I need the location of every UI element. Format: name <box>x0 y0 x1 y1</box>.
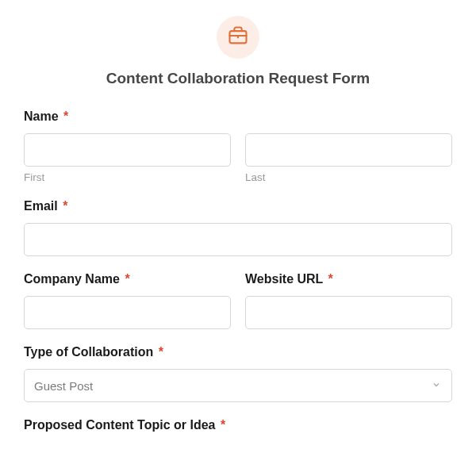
first-name-input[interactable] <box>24 133 231 167</box>
topic-label: Proposed Content Topic or Idea * <box>24 418 452 432</box>
header-icon-circle <box>217 16 259 59</box>
last-name-sublabel: Last <box>245 171 452 183</box>
form-header: Content Collaboration Request Form <box>24 16 452 87</box>
company-website-row: Company Name * Website URL * <box>24 272 452 329</box>
required-marker: * <box>63 199 67 213</box>
required-marker: * <box>328 272 333 286</box>
required-marker: * <box>159 345 163 359</box>
email-label: Email * <box>24 199 452 213</box>
topic-field-group: Proposed Content Topic or Idea * <box>24 418 452 432</box>
company-label: Company Name * <box>24 272 231 286</box>
required-marker: * <box>125 272 129 286</box>
required-marker: * <box>63 109 68 123</box>
company-input[interactable] <box>24 296 231 329</box>
email-input[interactable] <box>24 223 452 256</box>
form-title: Content Collaboration Request Form <box>24 70 452 87</box>
email-field-group: Email * <box>24 199 452 256</box>
name-label: Name * <box>24 109 452 124</box>
first-name-sublabel: First <box>24 171 231 183</box>
website-input[interactable] <box>245 296 452 329</box>
collab-type-select[interactable]: Guest Post <box>24 369 452 402</box>
required-marker: * <box>221 418 225 432</box>
collab-type-label: Type of Collaboration * <box>24 345 452 359</box>
briefcase-icon <box>227 25 249 50</box>
last-name-input[interactable] <box>245 133 452 167</box>
collab-type-field-group: Type of Collaboration * Guest Post <box>24 345 452 402</box>
name-field-group: Name * First Last <box>24 109 452 183</box>
collab-type-selected-value: Guest Post <box>34 379 93 393</box>
website-label: Website URL * <box>245 272 452 286</box>
